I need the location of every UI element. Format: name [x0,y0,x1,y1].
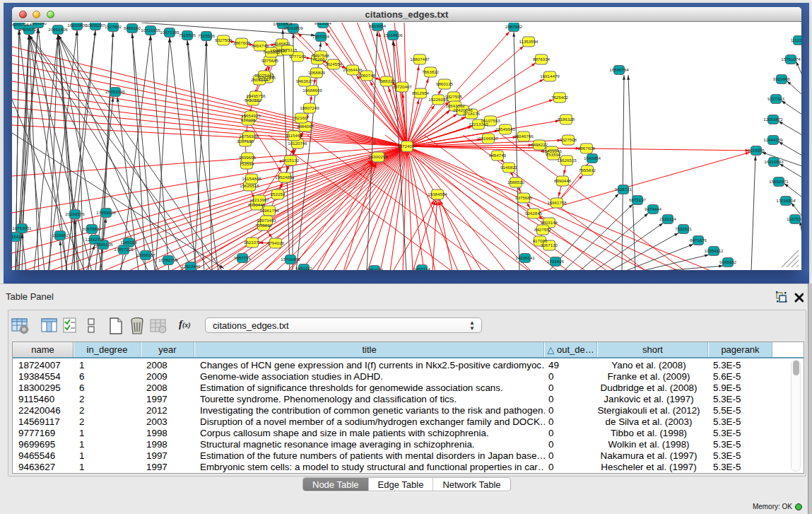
svg-text:20691406: 20691406 [48,27,68,32]
svg-text:15626515: 15626515 [557,158,577,163]
svg-text:15218506: 15218506 [383,33,403,37]
svg-text:20364436: 20364436 [343,67,363,72]
svg-text:8215955: 8215955 [748,148,765,153]
svg-text:10973493: 10973493 [257,218,276,223]
svg-text:1615132: 1615132 [282,158,300,163]
svg-text:2718176: 2718176 [463,111,481,116]
svg-text:16210643: 16210643 [764,159,784,164]
svg-text:2867608: 2867608 [233,40,251,45]
svg-text:16961758: 16961758 [259,208,279,213]
svg-text:7515526: 7515526 [179,33,196,37]
svg-text:1145194: 1145194 [120,240,137,245]
svg-text:7986322: 7986322 [378,78,396,83]
svg-text:18807249: 18807249 [300,105,319,110]
svg-text:9699695: 9699695 [239,155,257,160]
svg-text:8813054: 8813054 [369,23,387,28]
svg-text:16961758: 16961758 [547,200,567,205]
svg-text:10025463: 10025463 [254,73,274,78]
svg-text:18724007: 18724007 [397,144,417,148]
svg-text:8878334: 8878334 [533,57,551,62]
svg-text:16046766: 16046766 [514,134,534,139]
svg-text:7515526: 7515526 [198,33,216,38]
svg-text:9242845: 9242845 [525,211,543,216]
svg-text:10807487: 10807487 [410,57,430,62]
svg-text:17859928: 17859928 [96,210,116,215]
svg-text:15692971: 15692971 [769,179,789,184]
svg-text:9375685: 9375685 [261,58,279,63]
svg-text:10655287: 10655287 [86,23,105,28]
svg-text:7357224: 7357224 [312,34,330,39]
svg-text:10120746: 10120746 [288,141,307,146]
svg-text:16033809: 16033809 [283,25,303,30]
svg-text:2603144: 2603144 [251,77,269,82]
svg-text:6794028: 6794028 [267,240,285,245]
svg-text:16548784: 16548784 [609,67,629,72]
svg-text:8454749: 8454749 [252,43,269,48]
svg-text:9115460: 9115460 [286,133,302,138]
svg-text:16914479: 16914479 [540,74,560,78]
svg-text:9227343: 9227343 [767,96,785,101]
svg-text:1621072: 1621072 [244,240,261,245]
svg-text:8471676: 8471676 [690,238,707,243]
svg-text:15716485: 15716485 [281,257,300,262]
svg-text:2603144: 2603144 [541,220,558,225]
svg-text:7632621: 7632621 [675,226,693,231]
svg-text:16549943: 16549943 [495,127,515,132]
svg-text:30975887: 30975887 [82,226,102,231]
svg-text:753594: 753594 [546,152,561,157]
svg-text:8813054: 8813054 [314,23,332,25]
svg-text:8427552: 8427552 [534,227,552,232]
svg-text:252254: 252254 [271,192,286,197]
svg-text:12923446: 12923446 [181,264,201,269]
svg-text:3915424: 3915424 [12,234,24,239]
svg-text:9777169: 9777169 [289,54,307,59]
svg-text:9327508: 9327508 [215,37,233,42]
svg-text:9327508: 9327508 [560,137,577,142]
svg-text:12975115: 12975115 [278,47,298,52]
svg-text:20206576: 20206576 [65,211,85,216]
svg-text:1060748: 1060748 [358,73,376,78]
svg-text:10753051: 10753051 [12,226,32,230]
svg-text:10671385: 10671385 [160,30,180,35]
svg-text:26053346: 26053346 [105,89,125,94]
svg-text:1167534: 1167534 [787,216,801,221]
svg-text:12093872: 12093872 [763,117,783,122]
svg-text:13495756: 13495756 [246,93,266,98]
svg-text:1527602: 1527602 [105,24,122,29]
svg-text:17857225: 17857225 [114,247,134,252]
svg-text:8990448: 8990448 [554,178,572,183]
svg-text:9450112: 9450112 [295,266,312,270]
svg-text:1733426: 1733426 [547,259,565,264]
svg-text:10688609: 10688609 [302,88,322,93]
svg-text:19524851: 19524851 [275,175,295,180]
svg-text:1640954: 1640954 [584,156,601,160]
svg-text:10958107: 10958107 [136,252,155,257]
svg-text:15720407: 15720407 [392,84,412,89]
svg-text:8427552: 8427552 [245,98,262,103]
svg-text:9146821: 9146821 [273,41,291,46]
svg-text:9860125: 9860125 [436,81,454,86]
svg-text:9329966: 9329966 [773,76,791,81]
svg-text:10756928: 10756928 [239,134,259,139]
svg-text:1588520: 1588520 [507,180,525,185]
svg-text:7663822: 7663822 [422,69,440,74]
svg-text:1068809: 1068809 [308,70,326,75]
svg-text:62160: 62160 [295,115,307,120]
svg-text:7625402: 7625402 [551,95,569,100]
svg-text:9474444: 9474444 [645,206,662,211]
svg-text:9146821: 9146821 [500,165,518,170]
svg-text:2087682: 2087682 [505,24,523,29]
svg-text:6497568: 6497568 [312,53,330,58]
svg-text:3267130: 3267130 [237,139,254,144]
svg-text:6879197: 6879197 [629,197,647,202]
svg-text:9338721: 9338721 [615,187,632,192]
svg-text:7955812: 7955812 [255,223,273,228]
svg-text:417006: 417006 [241,117,256,122]
svg-text:12342757: 12342757 [85,237,105,242]
svg-text:7955812: 7955812 [579,168,596,173]
svg-text:3267130: 3267130 [541,243,558,247]
svg-text:16782759: 16782759 [158,257,178,262]
svg-text:12213967: 12213967 [249,197,269,202]
svg-text:9884067: 9884067 [297,124,314,129]
svg-text:8990448: 8990448 [248,202,266,207]
